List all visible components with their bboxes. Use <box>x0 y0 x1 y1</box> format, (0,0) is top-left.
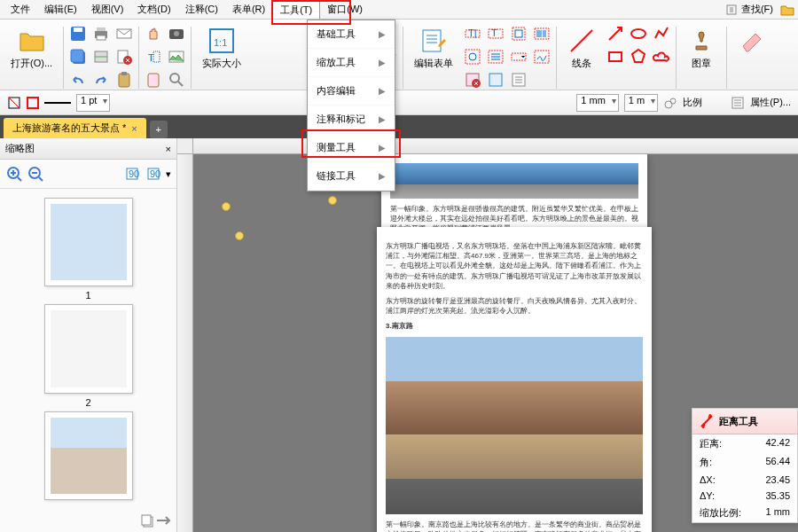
measure-pin[interactable] <box>328 196 337 205</box>
scale-label[interactable]: 比例 <box>683 96 702 109</box>
svg-rect-19 <box>148 74 159 87</box>
svg-point-49 <box>670 98 676 104</box>
find-tool-icon[interactable] <box>168 71 185 89</box>
separator <box>63 27 64 89</box>
redo-icon[interactable] <box>92 71 110 89</box>
close-tab-icon[interactable]: × <box>131 123 137 134</box>
rotate-ccw-small-icon[interactable]: 90 <box>123 165 141 183</box>
unit-m-combo[interactable]: 1 m <box>624 94 658 112</box>
svg-text:T|: T| <box>468 27 477 38</box>
menu-annotate[interactable]: 注释(C) <box>178 1 225 18</box>
revert-icon[interactable] <box>115 48 133 66</box>
form-options-icon[interactable] <box>510 71 528 89</box>
menu-find[interactable]: 查找(F) <box>741 3 773 16</box>
menu-window[interactable]: 窗口(W) <box>320 1 370 18</box>
stamp-button[interactable]: 图章 <box>680 23 723 74</box>
document-tab[interactable]: 上海旅游著名的五大景点 * × <box>4 118 146 138</box>
hand-icon[interactable] <box>145 25 162 43</box>
close-panel-icon[interactable]: × <box>166 144 171 154</box>
dd-content-edit[interactable]: 内容编辑▶ <box>308 77 395 106</box>
combo-field-icon[interactable] <box>510 48 528 66</box>
measure-pin[interactable] <box>235 231 244 240</box>
menu-form[interactable]: 表单(R) <box>225 1 272 18</box>
menu-tools[interactable]: 工具(T) <box>272 1 320 19</box>
open-button[interactable]: 打开(O)... <box>4 23 59 74</box>
email-icon[interactable] <box>115 25 133 43</box>
dd-zoom-tools[interactable]: 缩放工具▶ <box>308 49 395 77</box>
more-options-icon[interactable]: ▾ <box>166 168 171 180</box>
undo-icon[interactable] <box>69 71 87 89</box>
scan-icon[interactable] <box>92 48 110 66</box>
angle-label: 角: <box>700 456 712 469</box>
barcode-icon[interactable] <box>533 25 551 43</box>
reset-form-icon[interactable] <box>464 71 481 89</box>
submenu-arrow-icon: ▶ <box>379 171 386 181</box>
save-all-icon[interactable] <box>69 48 87 66</box>
menu-document[interactable]: 文档(D) <box>130 1 177 18</box>
paste-icon[interactable] <box>115 71 133 89</box>
svg-rect-34 <box>515 30 522 37</box>
actual-size-button[interactable]: 1:1 实际大小 <box>195 23 248 74</box>
dd-basic-tools[interactable]: 基础工具▶ <box>308 20 395 49</box>
cloud-icon[interactable] <box>653 48 670 66</box>
line-button[interactable]: 线条 <box>560 23 603 74</box>
dd-annotate-mark[interactable]: 注释和标记▶ <box>308 106 395 134</box>
dd-measure-tools[interactable]: 测量工具▶ <box>308 134 395 162</box>
select-image-icon[interactable] <box>168 48 185 66</box>
properties-icon <box>731 96 745 110</box>
line-label: 线条 <box>572 57 591 70</box>
edit-tools: T <box>143 23 187 90</box>
unit-mm-combo[interactable]: 1 mm <box>576 94 619 112</box>
edit-form-button[interactable]: 编辑表单 <box>407 23 460 74</box>
polygon-icon[interactable] <box>630 48 647 66</box>
rotate-cw-small-icon[interactable]: 90 <box>145 165 162 183</box>
polyline-icon[interactable] <box>653 25 670 43</box>
svg-text:90: 90 <box>150 168 160 179</box>
add-tab-button[interactable]: + <box>150 121 168 138</box>
distance-icon <box>700 414 714 428</box>
menu-edit[interactable]: 编辑(E) <box>37 1 84 18</box>
separator <box>676 27 677 89</box>
thumbnail-1[interactable] <box>44 198 133 286</box>
menu-view[interactable]: 视图(V) <box>84 1 131 18</box>
highlight-fields-icon[interactable] <box>487 71 505 89</box>
edit-form-label: 编辑表单 <box>414 57 453 70</box>
eraser-button[interactable] <box>731 23 773 59</box>
thumb-zoom-out-icon[interactable] <box>27 165 44 183</box>
menu-file[interactable]: 文件 <box>4 1 37 18</box>
measure-pin[interactable] <box>222 202 231 211</box>
arrow-icon[interactable] <box>606 25 624 43</box>
form-tools: T| T <box>462 23 552 90</box>
radio-field-icon[interactable] <box>464 48 481 66</box>
stroke-icon[interactable] <box>7 96 21 110</box>
dd-link-tools[interactable]: 链接工具▶ <box>308 162 395 191</box>
save-icon[interactable] <box>69 25 87 43</box>
textfield-icon[interactable]: T| <box>464 25 481 43</box>
sign-field-icon[interactable] <box>533 48 551 66</box>
oval-icon[interactable] <box>630 25 647 43</box>
fill-color-swatch[interactable] <box>27 97 39 109</box>
dx-value: 23.45 <box>765 474 790 485</box>
thumb-zoom-in-icon[interactable] <box>5 165 23 183</box>
button-field-icon[interactable]: T <box>487 25 505 43</box>
main-toolbar: 打开(O)... T 1:1 实际大小 编辑表单 <box>0 20 798 90</box>
snapshot-icon[interactable] <box>168 25 185 43</box>
listbox-icon[interactable] <box>487 48 505 66</box>
separator <box>726 27 727 89</box>
checkbox-field-icon[interactable] <box>510 25 528 43</box>
folder-find-icon[interactable] <box>780 3 794 17</box>
clipboard-icon[interactable] <box>145 71 162 89</box>
options-arrow-icon[interactable] <box>157 512 173 528</box>
ruler-corner <box>177 138 193 154</box>
copy-pages-icon[interactable] <box>139 512 155 528</box>
thumbnails-title: 缩略图 <box>5 142 35 155</box>
print-icon[interactable] <box>92 25 110 43</box>
select-text-icon[interactable]: T <box>145 48 162 66</box>
rect-icon[interactable] <box>606 48 624 66</box>
line-weight-combo[interactable]: 1 pt <box>76 94 110 112</box>
doc-heading: 3.南京路 <box>386 321 643 331</box>
thumbnails-toolbar: 90 90 ▾ <box>0 160 176 189</box>
properties-label[interactable]: 属性(P)... <box>750 96 791 109</box>
thumbnail-2[interactable] <box>44 304 133 393</box>
thumbnail-3[interactable] <box>44 411 133 500</box>
